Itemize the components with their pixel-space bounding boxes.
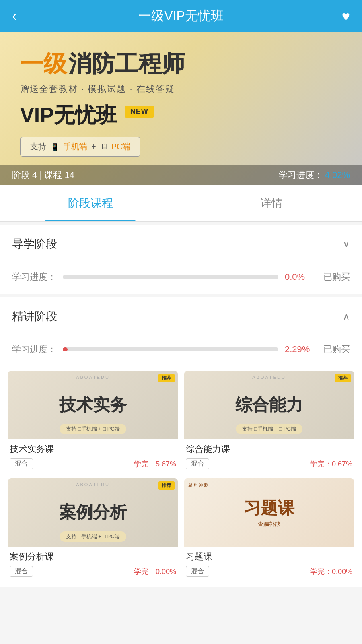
card-progress-val-comp: 0.67% bbox=[332, 460, 352, 468]
intensive-progress-fill bbox=[63, 347, 68, 351]
support-pc: PC端 bbox=[111, 141, 131, 152]
card-progress-prefix-case: 学完： bbox=[134, 568, 156, 576]
card-info-case: 案例分析课 混合 学完：0.00% bbox=[8, 547, 178, 579]
header: ‹ 一级VIP无忧班 ♥ bbox=[0, 0, 362, 32]
section-guide-arrow: ∨ bbox=[343, 238, 350, 250]
banner-progress-label: 学习进度： bbox=[279, 170, 323, 180]
tab-stage-course[interactable]: 阶段课程 bbox=[0, 185, 181, 221]
card-progress-exercise: 学完：0.00% bbox=[310, 567, 352, 576]
thumb-main-tech: 技术实务 bbox=[59, 394, 127, 416]
thumb-main-case: 案例分析 bbox=[59, 501, 127, 524]
card-progress-val-exercise: 0.00% bbox=[332, 568, 352, 576]
page-title: 一级VIP无忧班 bbox=[138, 7, 224, 25]
stage-info: 阶段 4 | 课程 14 bbox=[12, 169, 74, 181]
card-thumb-tech: ABOATEDU 技术实务 支持 □手机端 + □ PC端 推荐 bbox=[8, 371, 178, 439]
card-info-comp: 综合能力课 混合 学完：0.67% bbox=[184, 439, 354, 472]
banner-subtitle: 赠送全套教材 · 模拟试题 · 在线答疑 bbox=[20, 83, 342, 95]
thumb-main-exercise: 习题课 bbox=[244, 497, 294, 519]
guide-progress-bar bbox=[63, 275, 278, 279]
section-intensive-title: 精讲阶段 bbox=[12, 309, 57, 324]
card-name-case: 案例分析课 bbox=[10, 551, 176, 563]
card-name-tech: 技术实务课 bbox=[10, 443, 176, 455]
guide-progress-value: 0.0% bbox=[285, 272, 317, 282]
card-progress-prefix-comp: 学完： bbox=[310, 460, 332, 468]
thumb-badge-tech: 推荐 bbox=[158, 374, 175, 382]
thumb-inner-tech: ABOATEDU 技术实务 支持 □手机端 + □ PC端 推荐 bbox=[8, 371, 178, 439]
card-name-exercise: 习题课 bbox=[186, 551, 352, 563]
section-guide-title: 导学阶段 bbox=[12, 236, 57, 252]
card-meta-tech: 混合 学完：5.67% bbox=[10, 458, 176, 469]
intensive-progress-bar bbox=[63, 347, 278, 351]
banner-course-title: 消防工程师 bbox=[68, 50, 185, 76]
card-meta-case: 混合 学完：0.00% bbox=[10, 566, 176, 577]
card-thumb-comp: ABOATEDU 综合能力 支持 □手机端 + □ PC端 推荐 bbox=[184, 371, 354, 439]
card-progress-comp: 学完：0.67% bbox=[310, 459, 352, 469]
support-plus: + bbox=[91, 142, 96, 151]
card-info-tech: 技术实务课 混合 学完：5.67% bbox=[8, 439, 178, 472]
card-meta-comp: 混合 学完：0.67% bbox=[186, 458, 352, 469]
thumb-main-comp: 综合能力 bbox=[235, 394, 303, 416]
tabs-bar: 阶段课程 详情 bbox=[0, 185, 362, 222]
course-card-comp[interactable]: ABOATEDU 综合能力 支持 □手机端 + □ PC端 推荐 综合能力课 混… bbox=[184, 371, 354, 472]
card-thumb-case: ABOATEDU 案例分析 支持 □手机端 + □ PC端 推荐 bbox=[8, 478, 178, 547]
thumb-support-case: 支持 □手机端 + □ PC端 bbox=[60, 531, 126, 542]
banner-support-info: 支持 📱 手机端 + 🖥 PC端 bbox=[20, 137, 140, 157]
card-info-exercise: 习题课 混合 学完：0.00% bbox=[184, 547, 354, 579]
section-guide-header[interactable]: 导学阶段 ∨ bbox=[0, 222, 362, 263]
banner-level: 一级 bbox=[20, 50, 67, 76]
card-progress-prefix-exercise: 学完： bbox=[310, 568, 332, 576]
section-intensive-progress: 学习进度： 2.29% 已购买 bbox=[0, 335, 362, 367]
course-banner: 一级 消防工程师 赠送全套教材 · 模拟试题 · 在线答疑 VIP无忧班 NEW… bbox=[0, 32, 362, 185]
support-prefix: 支持 bbox=[30, 141, 46, 152]
banner-new-badge: NEW bbox=[125, 106, 154, 118]
thumb-watermark-comp: ABOATEDU bbox=[252, 375, 286, 380]
card-progress-val-case: 0.00% bbox=[156, 568, 176, 576]
section-intensive-header[interactable]: 精讲阶段 ∧ bbox=[0, 294, 362, 335]
card-tag-exercise: 混合 bbox=[186, 566, 209, 577]
thumb-inner-case: ABOATEDU 案例分析 支持 □手机端 + □ PC端 推荐 bbox=[8, 478, 178, 547]
card-progress-prefix-tech: 学完： bbox=[134, 460, 156, 468]
thumb-exercise-label: 聚焦冲刺 bbox=[188, 482, 209, 488]
thumb-support-comp: 支持 □手机端 + □ PC端 bbox=[236, 424, 302, 434]
card-progress-case: 学完：0.00% bbox=[134, 567, 176, 576]
course-card-tech[interactable]: ABOATEDU 技术实务 支持 □手机端 + □ PC端 推荐 技术实务课 混… bbox=[8, 371, 178, 472]
guide-progress-label: 学习进度： bbox=[12, 271, 56, 283]
intensive-status: 已购买 bbox=[323, 343, 350, 355]
banner-vip-text: VIP无忧班 bbox=[20, 101, 117, 130]
support-mobile: 手机端 bbox=[63, 141, 87, 152]
card-progress-tech: 学完：5.67% bbox=[134, 459, 176, 469]
banner-progress-value: 4.02% bbox=[325, 170, 350, 180]
card-thumb-exercise: 聚焦冲刺 习题课 查漏补缺 bbox=[184, 478, 354, 547]
banner-bottom-bar: 阶段 4 | 课程 14 学习进度： 4.02% bbox=[0, 165, 362, 185]
section-guide-progress: 学习进度： 0.0% 已购买 bbox=[0, 263, 362, 294]
intensive-progress-label: 学习进度： bbox=[12, 343, 56, 355]
thumb-inner-comp: ABOATEDU 综合能力 支持 □手机端 + □ PC端 推荐 bbox=[184, 371, 354, 439]
section-intensive-arrow: ∧ bbox=[343, 311, 350, 322]
thumb-badge-comp: 推荐 bbox=[335, 374, 351, 382]
card-tag-comp: 混合 bbox=[186, 458, 209, 469]
thumb-watermark-case: ABOATEDU bbox=[76, 482, 110, 487]
courses-grid: ABOATEDU 技术实务 支持 □手机端 + □ PC端 推荐 技术实务课 混… bbox=[0, 367, 362, 587]
course-card-case[interactable]: ABOATEDU 案例分析 支持 □手机端 + □ PC端 推荐 案例分析课 混… bbox=[8, 478, 178, 579]
guide-status: 已购买 bbox=[323, 271, 350, 283]
intensive-progress-value: 2.29% bbox=[285, 344, 317, 355]
favorite-button[interactable]: ♥ bbox=[342, 8, 350, 24]
thumb-watermark-tech: ABOATEDU bbox=[76, 375, 110, 380]
back-button[interactable]: ‹ bbox=[12, 8, 17, 25]
card-tag-case: 混合 bbox=[10, 566, 33, 577]
card-meta-exercise: 混合 学完：0.00% bbox=[186, 566, 352, 577]
thumb-inner-exercise: 聚焦冲刺 习题课 查漏补缺 bbox=[184, 478, 354, 547]
card-progress-val-tech: 5.67% bbox=[156, 460, 176, 468]
thumb-badge-case: 推荐 bbox=[158, 481, 175, 490]
card-name-comp: 综合能力课 bbox=[186, 443, 352, 455]
course-card-exercise[interactable]: 聚焦冲刺 习题课 查漏补缺 习题课 混合 学完：0.00% bbox=[184, 478, 354, 579]
card-tag-tech: 混合 bbox=[10, 458, 33, 469]
thumb-exercise-sub: 查漏补缺 bbox=[258, 521, 280, 528]
thumb-support-tech: 支持 □手机端 + □ PC端 bbox=[60, 424, 126, 434]
tab-details[interactable]: 详情 bbox=[181, 185, 362, 221]
